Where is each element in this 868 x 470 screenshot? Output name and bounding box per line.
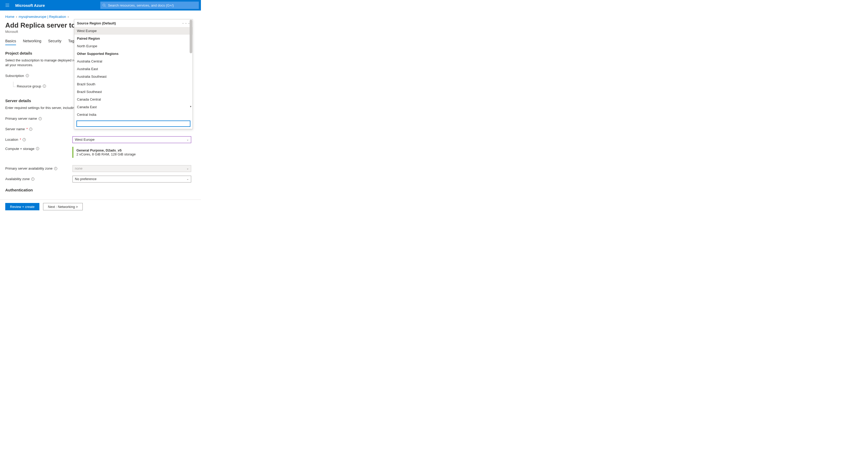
required-asterisk: * [26,127,28,131]
required-asterisk: * [20,137,21,142]
chevron-right-icon: › [67,15,68,19]
availability-zone-value: No preference [75,177,96,181]
region-option[interactable]: Australia East [74,65,192,73]
ellipsis-icon[interactable]: · · · [183,21,190,25]
svg-point-0 [103,4,105,6]
breadcrumb-home[interactable]: Home [5,15,14,19]
breadcrumb-resource[interactable]: mysqlrwesteurope | Replication [19,15,66,19]
location-dropdown-list[interactable]: ▲ Source Region (Default) · · · West Eur… [74,20,192,118]
region-option[interactable]: Brazil Southeast [74,88,192,96]
compute-sku-title: General Purpose, D2ads_v5 [76,148,188,152]
search-icon [102,3,106,7]
wizard-footer: Review + create Next : Networking > [0,199,201,214]
authentication-heading: Authentication [5,188,196,192]
compute-storage-card: General Purpose, D2ads_v5 2 vCores, 8 Gi… [72,147,191,158]
primary-az-value: none [75,166,83,170]
server-name-label: Server name * i [5,127,72,131]
next-networking-button[interactable]: Next : Networking > [43,203,83,210]
hamburger-icon [5,3,9,7]
subscription-label: Subscription i [5,74,72,78]
chevron-down-icon: ⌄ [186,177,189,181]
tab-basics[interactable]: Basics [5,39,16,45]
page-content: Home › mysqlrwesteurope | Replication › … [0,10,201,220]
info-icon[interactable]: i [36,147,39,150]
region-group-paired: Paired Region [74,35,192,42]
region-group-source: Source Region (Default) · · · [74,20,192,27]
primary-az-label: Primary server availability zone i [5,166,72,170]
region-option[interactable]: Canada Central [74,96,192,103]
region-option[interactable]: Brazil South [74,80,192,88]
brand-label: Microsoft Azure [15,3,45,8]
scroll-down-arrow-icon[interactable]: ▼ [189,105,192,108]
region-option[interactable]: Australia Central [74,58,192,65]
global-search[interactable] [100,2,199,9]
info-icon[interactable]: i [26,74,29,77]
region-option[interactable]: Canada East [74,103,192,111]
availability-zone-label: Availability zone i [5,177,72,181]
compute-sku-desc: 2 vCores, 8 GiB RAM, 128 GiB storage [76,152,188,156]
region-filter-row [74,118,192,129]
primary-az-select: none ⌄ [72,165,191,172]
info-icon[interactable]: i [39,117,42,120]
chevron-down-icon: ⌄ [186,138,189,141]
region-filter-input[interactable] [76,121,190,127]
chevron-right-icon: › [16,15,17,19]
availability-zone-select[interactable]: No preference ⌄ [72,176,191,183]
region-group-other: Other Supported Regions [74,50,192,58]
scrollbar-thumb[interactable] [190,20,192,53]
location-label: Location * i [5,137,72,142]
chevron-down-icon: ⌄ [186,167,189,170]
tab-networking[interactable]: Networking [23,39,41,45]
location-selected-value: West Europe [75,137,95,142]
location-select[interactable]: West Europe ⌄ [72,136,191,143]
info-icon[interactable]: i [43,85,46,88]
region-option[interactable]: Central India [74,111,192,118]
region-option[interactable]: Australia Southeast [74,73,192,80]
location-dropdown-panel: ▲ Source Region (Default) · · · West Eur… [74,19,193,129]
info-icon[interactable]: i [31,178,34,181]
info-icon[interactable]: i [29,128,32,131]
info-icon[interactable]: i [54,167,57,170]
region-option-west-europe[interactable]: West Europe [74,27,192,35]
hamburger-menu-button[interactable] [2,0,12,10]
primary-server-name-label: Primary server name i [5,117,72,121]
tree-connector-icon [13,82,16,87]
top-navigation-bar: Microsoft Azure [0,0,201,10]
review-create-button[interactable]: Review + create [5,203,39,210]
region-option-north-europe[interactable]: North Europe [74,42,192,50]
compute-storage-label: Compute + storage i [5,147,72,151]
global-search-input[interactable] [108,3,197,7]
info-icon[interactable]: i [23,138,26,141]
resource-group-label: Resource group i [5,84,72,88]
tab-security[interactable]: Security [48,39,61,45]
